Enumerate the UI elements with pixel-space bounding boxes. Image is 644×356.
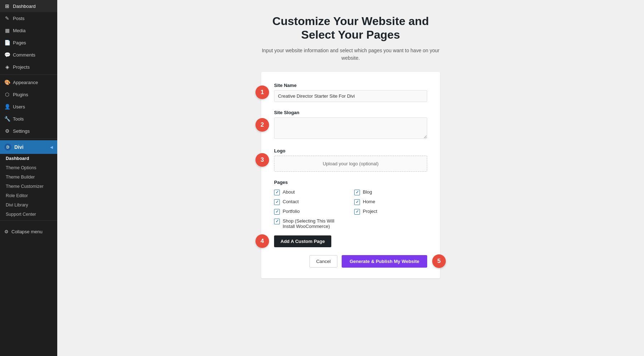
sidebar-item-label: Media: [13, 28, 25, 33]
collapse-menu-item[interactable]: ⚙ Collapse menu: [0, 226, 57, 238]
logo-upload-text: Upload your logo (optional): [323, 161, 379, 166]
site-slogan-input[interactable]: [274, 117, 427, 139]
sidebar-item-comments[interactable]: 💬 Comments: [0, 49, 57, 61]
collapse-menu-label: Collapse menu: [11, 229, 43, 234]
contact-checkmark[interactable]: ✓: [274, 199, 280, 205]
collapse-icon: ⚙: [4, 229, 9, 234]
media-icon: ▦: [4, 28, 10, 33]
cancel-button[interactable]: Cancel: [309, 255, 337, 268]
sidebar-item-users[interactable]: 👤 Users: [0, 101, 57, 113]
portfolio-checkmark[interactable]: ✓: [274, 209, 280, 215]
about-label: About: [283, 189, 295, 195]
sidebar-item-dashboard[interactable]: ⊞ Dashboard: [0, 0, 57, 12]
sidebar-item-pages[interactable]: 📄 Pages: [0, 36, 57, 49]
portfolio-label: Portfolio: [283, 209, 300, 214]
step1-row: 1 Site Name: [274, 83, 427, 102]
plugins-icon: ⬡: [4, 92, 10, 97]
project-checkmark[interactable]: ✓: [354, 209, 360, 215]
contact-label: Contact: [283, 199, 299, 204]
settings-icon: ⚙: [4, 128, 10, 134]
sidebar-item-projects[interactable]: ◈ Projects: [0, 61, 57, 73]
blog-label: Blog: [363, 189, 372, 195]
sidebar-item-label: Settings: [13, 128, 30, 134]
sidebar-item-posts[interactable]: ✎ Posts: [0, 12, 57, 24]
sidebar-item-label: Divi: [14, 144, 24, 150]
home-checkmark[interactable]: ✓: [354, 199, 360, 205]
pages-label: Pages: [274, 180, 427, 185]
divi-sub-divi-library[interactable]: Divi Library: [0, 200, 57, 210]
sidebar: ⊞ Dashboard ✎ Posts ▦ Media 📄 Pages 💬 Co…: [0, 0, 57, 356]
dashboard-icon: ⊞: [4, 3, 10, 9]
page-home[interactable]: ✓ Home: [354, 199, 427, 205]
sidebar-item-label: Users: [13, 104, 25, 109]
sidebar-item-plugins[interactable]: ⬡ Plugins: [0, 88, 57, 101]
site-slogan-label: Site Slogan: [274, 110, 427, 115]
sidebar-item-label: Projects: [13, 64, 30, 70]
projects-icon: ◈: [4, 64, 10, 70]
project-label: Project: [363, 209, 377, 214]
divi-sub-theme-builder[interactable]: Theme Builder: [0, 172, 57, 182]
page-title: Customize Your Website and Select Your P…: [272, 14, 429, 42]
blog-checkmark[interactable]: ✓: [354, 190, 360, 195]
sidebar-item-label: Dashboard: [13, 4, 36, 9]
page-portfolio[interactable]: ✓ Portfolio: [274, 209, 347, 215]
tools-icon: 🔧: [4, 116, 10, 122]
site-name-label: Site Name: [274, 83, 427, 88]
step4-badge: 4: [255, 234, 269, 248]
sidebar-item-tools[interactable]: 🔧 Tools: [0, 113, 57, 125]
main-content: Customize Your Website and Select Your P…: [57, 0, 644, 356]
sidebar-item-media[interactable]: ▦ Media: [0, 24, 57, 36]
sidebar-item-label: Tools: [13, 116, 24, 122]
action-row: Cancel Generate & Publish My Website 5: [274, 255, 427, 268]
divi-sub-dashboard[interactable]: Dashboard: [0, 154, 57, 163]
divi-sub-theme-customizer[interactable]: Theme Customizer: [0, 182, 57, 191]
logo-upload-area[interactable]: Upload your logo (optional): [274, 156, 427, 172]
page-contact[interactable]: ✓ Contact: [274, 199, 347, 205]
divi-icon: D: [4, 143, 11, 151]
about-checkmark[interactable]: ✓: [274, 190, 280, 195]
shop-checkmark[interactable]: ✓: [274, 219, 280, 224]
page-about[interactable]: ✓ About: [274, 189, 347, 195]
page-subtitle: Input your website information and selec…: [261, 47, 440, 62]
step5-badge: 5: [432, 254, 446, 268]
wizard-card: 1 Site Name 2 Site Slogan 3 Logo Upload …: [261, 72, 440, 278]
step3-badge: 3: [255, 153, 269, 167]
page-project[interactable]: ✓ Project: [354, 209, 427, 215]
step3-row: 3 Logo Upload your logo (optional): [274, 148, 427, 172]
divi-sub-theme-options[interactable]: Theme Options: [0, 163, 57, 172]
pages-section: Pages ✓ About ✓ Contact ✓ Portfolio: [274, 180, 427, 229]
step2-badge: 2: [255, 118, 269, 132]
sidebar-item-label: Comments: [13, 52, 35, 58]
sidebar-item-label: Posts: [13, 16, 25, 21]
page-blog[interactable]: ✓ Blog: [354, 189, 427, 195]
sidebar-item-label: Plugins: [13, 92, 28, 97]
sidebar-item-appearance[interactable]: 🎨 Appearance: [0, 76, 57, 88]
generate-publish-button[interactable]: Generate & Publish My Website: [342, 255, 427, 268]
chevron-right-icon: ◀: [50, 145, 53, 149]
posts-icon: ✎: [4, 15, 10, 21]
site-name-input[interactable]: [274, 90, 427, 102]
home-label: Home: [363, 199, 375, 204]
divi-submenu: Dashboard Theme Options Theme Builder Th…: [0, 154, 57, 219]
step1-badge: 1: [255, 86, 269, 99]
pages-grid: ✓ About ✓ Contact ✓ Portfolio ✓ Shop (Se…: [274, 189, 427, 229]
users-icon: 👤: [4, 104, 10, 109]
divi-sub-role-editor[interactable]: Role Editor: [0, 191, 57, 200]
sidebar-item-label: Appearance: [13, 80, 38, 85]
comments-icon: 💬: [4, 52, 10, 58]
pages-col1: ✓ About ✓ Contact ✓ Portfolio ✓ Shop (Se…: [274, 189, 347, 229]
pages-col2: ✓ Blog ✓ Home ✓ Project: [354, 189, 427, 229]
sidebar-item-divi[interactable]: D Divi ◀: [0, 140, 57, 154]
sidebar-item-label: Pages: [13, 40, 26, 45]
shop-label: Shop (Selecting This Will Install WooCom…: [283, 218, 347, 229]
logo-label: Logo: [274, 148, 427, 153]
pages-icon: 📄: [4, 40, 10, 45]
add-custom-page-button[interactable]: Add A Custom Page: [274, 235, 331, 247]
step2-row: 2 Site Slogan: [274, 110, 427, 140]
page-shop[interactable]: ✓ Shop (Selecting This Will Install WooC…: [274, 218, 347, 229]
appearance-icon: 🎨: [4, 79, 10, 85]
sidebar-item-settings[interactable]: ⚙ Settings: [0, 125, 57, 137]
step4-row: 4 Add A Custom Page: [274, 235, 427, 247]
divi-menu-section: D Divi ◀: [0, 140, 57, 154]
divi-sub-support-center[interactable]: Support Center: [0, 210, 57, 219]
